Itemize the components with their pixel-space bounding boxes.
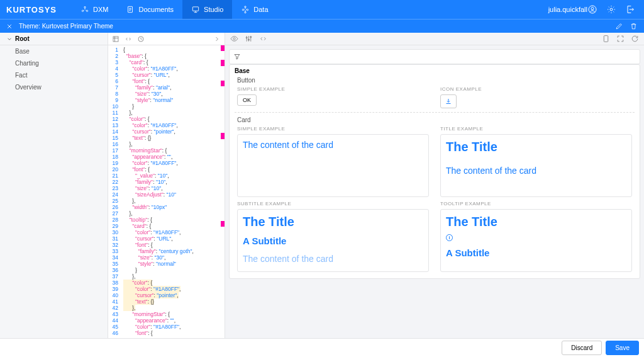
eye-icon[interactable] bbox=[230, 35, 238, 43]
svg-point-14 bbox=[233, 38, 235, 40]
footer: Discard Save bbox=[0, 338, 644, 357]
card-title: The Title The content of the card bbox=[440, 134, 632, 197]
svg-point-10 bbox=[591, 8, 594, 10]
preview-toolbar bbox=[225, 33, 644, 45]
device-icon[interactable] bbox=[602, 35, 610, 43]
discard-button[interactable]: Discard bbox=[562, 341, 602, 355]
svg-rect-12 bbox=[113, 37, 118, 42]
code-editor[interactable]: 1234567891011121314151617181920212223242… bbox=[108, 45, 225, 338]
code-body[interactable]: { "base": { "card": { "color": "#1A80FF"… bbox=[121, 45, 219, 338]
line-gutter: 1234567891011121314151617181920212223242… bbox=[108, 45, 121, 338]
example-title-simple: SIMPLE EXAMPLE bbox=[237, 86, 429, 92]
card-title-text: The Title bbox=[446, 215, 626, 229]
card-body: The content of the card bbox=[243, 254, 423, 264]
card-body: The content of the card bbox=[446, 166, 626, 176]
nav-label: Documents bbox=[138, 6, 174, 13]
example-title-icon: ICON EXAMPLE bbox=[440, 86, 632, 92]
hub-icon bbox=[80, 5, 89, 14]
close-icon[interactable] bbox=[6, 23, 13, 30]
download-button[interactable] bbox=[440, 94, 457, 108]
theme-bar: Theme: Kurtovest Primary Theme bbox=[0, 19, 644, 33]
card-subtitle-text: A Subtitle bbox=[243, 235, 423, 246]
gear-icon[interactable] bbox=[606, 4, 616, 14]
card-subtitle: The Title A Subtitle The content of the … bbox=[237, 209, 429, 272]
brand-logo: KURTOSYS bbox=[6, 5, 57, 14]
card-simple: The content of the card bbox=[237, 134, 429, 197]
code-panel: 1234567891011121314151617181920212223242… bbox=[108, 33, 225, 338]
info-icon[interactable]: i bbox=[446, 234, 453, 241]
logout-icon[interactable] bbox=[625, 4, 635, 14]
divider bbox=[235, 112, 635, 113]
nav-label: Data bbox=[253, 6, 268, 13]
filter-icon bbox=[233, 53, 241, 60]
code-icon[interactable] bbox=[125, 35, 132, 43]
svg-point-6 bbox=[243, 9, 244, 10]
history-icon[interactable] bbox=[137, 35, 145, 43]
save-button[interactable]: Save bbox=[606, 341, 639, 355]
form-icon[interactable] bbox=[112, 35, 119, 43]
nav-documents[interactable]: Documents bbox=[117, 0, 182, 19]
sliders-icon[interactable] bbox=[245, 35, 253, 43]
download-icon bbox=[445, 98, 452, 105]
nav-label: Studio bbox=[204, 6, 223, 13]
svg-point-7 bbox=[247, 9, 248, 10]
data-icon bbox=[241, 5, 250, 14]
user-icon[interactable] bbox=[587, 4, 597, 14]
refresh-icon[interactable] bbox=[631, 35, 639, 43]
theme-title: Theme: Kurtovest Primary Theme bbox=[19, 23, 113, 30]
sidebar-root[interactable]: Root bbox=[0, 33, 108, 45]
ok-button[interactable]: OK bbox=[237, 94, 257, 106]
tree-sidebar: Root Base Charting Fact Overview bbox=[0, 33, 108, 338]
sidebar-item-fact[interactable]: Fact bbox=[0, 69, 108, 81]
user-name[interactable]: julia.quickfall bbox=[548, 6, 587, 13]
nav-studio[interactable]: Studio bbox=[182, 0, 232, 19]
minimap[interactable] bbox=[221, 45, 225, 338]
example-title-simple2: SIMPLE EXAMPLE bbox=[237, 126, 429, 132]
nav-label: DXM bbox=[93, 6, 108, 13]
svg-point-5 bbox=[245, 6, 246, 8]
chevron-right-icon[interactable] bbox=[213, 35, 221, 43]
filter-bar[interactable] bbox=[229, 49, 640, 64]
trash-icon[interactable] bbox=[630, 22, 638, 30]
chevron-down-icon bbox=[6, 36, 13, 42]
svg-rect-4 bbox=[192, 7, 198, 11]
code-icon[interactable] bbox=[259, 35, 267, 43]
section-title: Base bbox=[235, 67, 635, 74]
svg-point-8 bbox=[245, 12, 246, 13]
main-area: Root Base Charting Fact Overview 1234567… bbox=[0, 33, 644, 338]
expand-icon[interactable] bbox=[616, 35, 625, 43]
code-toolbar bbox=[108, 33, 225, 45]
example-title-tooltip: TOOLTIP EXAMPLE bbox=[440, 201, 632, 207]
subsection-card: Card bbox=[237, 116, 632, 123]
edit-icon[interactable] bbox=[615, 22, 623, 30]
nav-dxm[interactable]: DXM bbox=[72, 0, 117, 19]
nav-data[interactable]: Data bbox=[232, 0, 277, 19]
example-title-titleex: TITLE EXAMPLE bbox=[440, 126, 632, 132]
svg-point-2 bbox=[86, 10, 87, 11]
sidebar-item-base[interactable]: Base bbox=[0, 45, 108, 57]
sidebar-root-label: Root bbox=[15, 35, 30, 42]
card-title-text: The Title bbox=[243, 215, 423, 229]
sidebar-item-charting[interactable]: Charting bbox=[0, 57, 108, 69]
document-icon bbox=[126, 5, 135, 14]
sidebar-item-overview[interactable]: Overview bbox=[0, 81, 108, 93]
preview-base-block: Base Button SIMPLE EXAMPLE OK ICON EXAMP… bbox=[229, 64, 640, 279]
svg-point-11 bbox=[610, 8, 613, 11]
card-body: The content of the card bbox=[243, 140, 423, 150]
card-title-text: The Title bbox=[446, 140, 626, 154]
card-tooltip: The Title i A Subtitle bbox=[440, 209, 632, 272]
subsection-button: Button bbox=[237, 77, 632, 84]
svg-rect-18 bbox=[604, 36, 608, 42]
preview-panel: Base Button SIMPLE EXAMPLE OK ICON EXAMP… bbox=[225, 33, 644, 338]
studio-icon bbox=[191, 5, 200, 14]
svg-point-0 bbox=[84, 6, 86, 8]
card-subtitle-text: A Subtitle bbox=[446, 247, 626, 258]
top-nav: KURTOSYS DXM Documents Studio Data julia… bbox=[0, 0, 644, 19]
svg-point-1 bbox=[82, 10, 83, 11]
example-title-subtitle: SUBTITLE EXAMPLE bbox=[237, 201, 429, 207]
